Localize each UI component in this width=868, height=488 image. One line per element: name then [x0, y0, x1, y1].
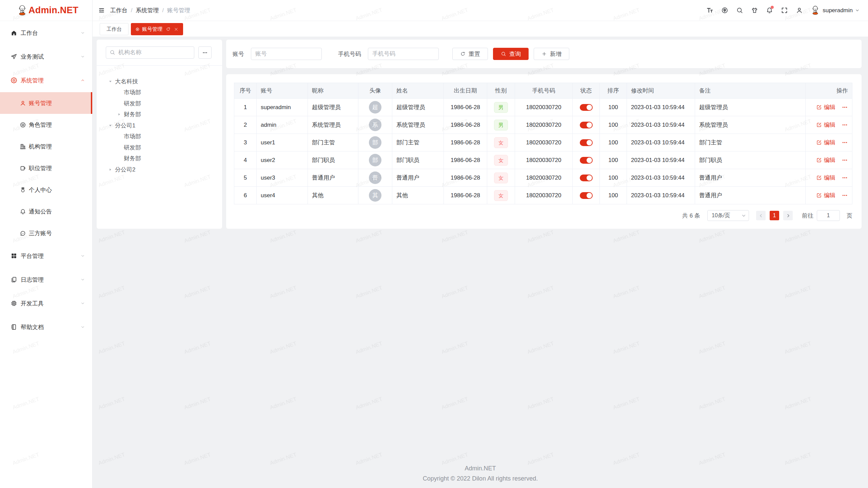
profile-icon[interactable]: [792, 0, 807, 21]
search-icon[interactable]: [732, 0, 747, 21]
sidebar-item-business-test[interactable]: 业务测试: [0, 45, 92, 68]
sidebar-item-account-management[interactable]: 账号管理: [0, 92, 92, 114]
cell-name: 其他: [392, 187, 444, 204]
goto-page-input[interactable]: [817, 210, 840, 221]
collapse-menu-icon[interactable]: [98, 7, 105, 14]
status-toggle[interactable]: [580, 139, 593, 146]
fullscreen-icon[interactable]: [777, 0, 792, 21]
sidebar-item-third-party-account[interactable]: 三方账号: [0, 222, 92, 244]
status-toggle[interactable]: [580, 122, 593, 128]
tree-node[interactable]: 分公司1: [97, 120, 222, 131]
sidebar-item-position-management[interactable]: 职位管理: [0, 157, 92, 179]
prev-page-button[interactable]: [756, 211, 766, 220]
search-button[interactable]: 查询: [493, 48, 529, 60]
sidebar-item-org-management[interactable]: 机构管理: [0, 136, 92, 157]
home-icon: [11, 29, 17, 36]
add-button[interactable]: 新增: [534, 48, 569, 60]
status-toggle[interactable]: [580, 157, 593, 164]
next-page-button[interactable]: [783, 211, 793, 220]
page-number-button[interactable]: 1: [770, 211, 779, 220]
tree-node[interactable]: 研发部: [97, 98, 222, 109]
chat-icon: [20, 230, 26, 237]
edit-button[interactable]: 编辑: [816, 191, 835, 199]
account-input[interactable]: [251, 48, 322, 60]
plus-icon: [541, 51, 547, 57]
edit-button[interactable]: 编辑: [816, 156, 835, 164]
edit-icon: [816, 157, 824, 163]
tree-node[interactable]: 市场部: [97, 87, 222, 98]
sidebar-item-dev-tools[interactable]: 开发工具: [0, 291, 92, 315]
sidebar-item-notice-announcement[interactable]: 通知公告: [0, 201, 92, 222]
row-more-button[interactable]: [842, 175, 848, 181]
pagination-total: 共 6 条: [682, 212, 700, 220]
row-more-button[interactable]: [842, 104, 848, 110]
sidebar-item-system-management[interactable]: 系统管理: [0, 68, 92, 92]
notification-icon[interactable]: [762, 0, 777, 21]
breadcrumb-item[interactable]: 工作台: [110, 6, 127, 14]
edit-icon: [816, 104, 824, 110]
status-toggle[interactable]: [580, 175, 593, 181]
tab-workbench[interactable]: 工作台: [100, 23, 129, 35]
user-avatar: [811, 6, 820, 15]
cell-index: 5: [234, 169, 257, 187]
search-icon: [501, 51, 506, 57]
cell-name: 普通用户: [392, 169, 444, 187]
tab-account-management[interactable]: 账号管理: [131, 23, 183, 35]
caret-down-icon[interactable]: [107, 79, 113, 84]
row-more-button[interactable]: [842, 157, 848, 163]
edit-button-label: 编辑: [824, 156, 835, 164]
cell-avatar: 其: [358, 187, 392, 204]
page-size-value: 10条/页: [712, 212, 730, 219]
chevron-down-icon: [80, 30, 85, 35]
main-content: 大名科技市场部研发部财务部分公司1市场部研发部财务部分公司2 账号手机号码重置查…: [93, 37, 868, 488]
sidebar-item-label: 工作台: [21, 29, 38, 37]
pagination: 共 6 条 10条/页 1 前往 页: [682, 210, 852, 221]
caret-right-icon[interactable]: [116, 112, 122, 117]
status-toggle[interactable]: [580, 192, 593, 199]
org-more-button[interactable]: [198, 46, 212, 59]
user-menu[interactable]: superadmin: [811, 6, 860, 15]
edit-button[interactable]: 编辑: [816, 103, 835, 111]
cell-index: 4: [234, 151, 257, 169]
cell-birthdate: 1986-06-28: [444, 169, 487, 187]
caret-down-icon[interactable]: [107, 123, 113, 128]
sidebar-item-help-docs[interactable]: 帮助文档: [0, 315, 92, 339]
caret-right-icon[interactable]: [107, 167, 113, 172]
reset-button[interactable]: 重置: [452, 48, 488, 60]
language-icon[interactable]: [717, 0, 732, 21]
tree-node[interactable]: 分公司2: [97, 164, 222, 175]
cell-ops: 编辑: [806, 134, 852, 151]
tree-node[interactable]: 财务部: [97, 109, 222, 120]
caret-placeholder: [116, 90, 122, 95]
row-more-button[interactable]: [842, 139, 848, 146]
row-more-button[interactable]: [842, 122, 848, 128]
edit-button[interactable]: 编辑: [816, 121, 835, 129]
cell-index: 2: [234, 116, 257, 134]
sidebar-item-label: 通知公告: [29, 208, 52, 216]
page-size-select[interactable]: 10条/页: [707, 210, 749, 221]
edit-button[interactable]: 编辑: [816, 139, 835, 146]
cell-remark: 部门主管: [695, 134, 806, 151]
sidebar-item-role-management[interactable]: 角色管理: [0, 114, 92, 136]
tree-node[interactable]: 研发部: [97, 142, 222, 153]
sidebar-item-label: 角色管理: [29, 121, 52, 129]
tree-node[interactable]: 大名科技: [97, 76, 222, 87]
sidebar-item-workbench[interactable]: 工作台: [0, 21, 92, 45]
sidebar-item-label: 平台管理: [21, 252, 44, 260]
edit-button-label: 编辑: [824, 139, 835, 146]
font-size-icon[interactable]: [702, 0, 717, 21]
phone-input[interactable]: [368, 48, 439, 60]
cell-ops: 编辑: [806, 151, 852, 169]
position-icon: [20, 165, 26, 171]
sidebar-item-platform-management[interactable]: 平台管理: [0, 244, 92, 268]
tree-node[interactable]: 市场部: [97, 131, 222, 142]
edit-button[interactable]: 编辑: [816, 174, 835, 182]
theme-icon[interactable]: [747, 0, 762, 21]
sidebar-item-log-management[interactable]: 日志管理: [0, 268, 92, 291]
org-name-input[interactable]: [106, 46, 194, 59]
breadcrumb-item[interactable]: 系统管理: [136, 6, 159, 14]
tree-node[interactable]: 财务部: [97, 153, 222, 164]
sidebar-item-personal-center[interactable]: 个人中心: [0, 179, 92, 201]
status-toggle[interactable]: [580, 104, 593, 111]
row-more-button[interactable]: [842, 192, 848, 199]
